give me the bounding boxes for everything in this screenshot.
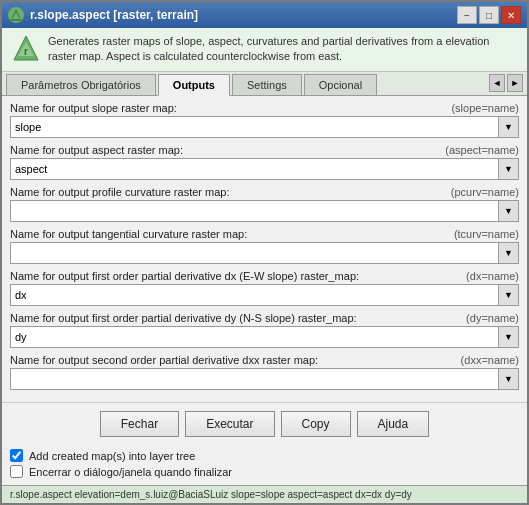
- field-group-dx: Name for output first order partial deri…: [10, 270, 519, 306]
- tcurv-dropdown-btn[interactable]: ▼: [499, 242, 519, 264]
- window-title: r.slope.aspect [raster, terrain]: [30, 8, 198, 22]
- info-banner: r Generates raster maps of slope, aspect…: [2, 28, 527, 72]
- maximize-button[interactable]: □: [479, 6, 499, 24]
- aspect-input[interactable]: [10, 158, 499, 180]
- close-window-button[interactable]: ✕: [501, 6, 521, 24]
- field-group-dxx: Name for output second order partial der…: [10, 354, 519, 390]
- field-label-slope: Name for output slope raster map: (slope…: [10, 102, 519, 114]
- window-controls: − □ ✕: [457, 6, 521, 24]
- checkbox-row-close-dialog: Encerrar o diálogo/janela quando finaliz…: [10, 465, 519, 478]
- field-input-row-dx: ▼: [10, 284, 519, 306]
- slope-dropdown-btn[interactable]: ▼: [499, 116, 519, 138]
- tab-parametros[interactable]: Parâmetros Obrigatórios: [6, 74, 156, 95]
- pcurv-dropdown-btn[interactable]: ▼: [499, 200, 519, 222]
- field-label-dxx: Name for output second order partial der…: [10, 354, 519, 366]
- field-group-aspect: Name for output aspect raster map: (aspe…: [10, 144, 519, 180]
- field-label-dx: Name for output first order partial deri…: [10, 270, 519, 282]
- field-label-dy: Name for output first order partial deri…: [10, 312, 519, 324]
- fechar-button[interactable]: Fechar: [100, 411, 179, 437]
- field-group-tcurv: Name for output tangential curvature ras…: [10, 228, 519, 264]
- title-bar-left: r.slope.aspect [raster, terrain]: [8, 7, 198, 23]
- close-dialog-label: Encerrar o diálogo/janela quando finaliz…: [29, 466, 232, 478]
- tab-settings[interactable]: Settings: [232, 74, 302, 95]
- dxx-dropdown-btn[interactable]: ▼: [499, 368, 519, 390]
- info-icon: r: [12, 34, 40, 62]
- pcurv-input[interactable]: [10, 200, 499, 222]
- close-dialog-checkbox[interactable]: [10, 465, 23, 478]
- field-input-row-slope: ▼: [10, 116, 519, 138]
- add-layer-tree-label: Add created map(s) into layer tree: [29, 450, 195, 462]
- field-input-row-dy: ▼: [10, 326, 519, 348]
- field-label-aspect: Name for output aspect raster map: (aspe…: [10, 144, 519, 156]
- add-layer-tree-checkbox[interactable]: [10, 449, 23, 462]
- checkboxes-area: Add created map(s) into layer tree Encer…: [2, 445, 527, 485]
- tcurv-input[interactable]: [10, 242, 499, 264]
- slope-input[interactable]: [10, 116, 499, 138]
- tab-nav-prev[interactable]: ◄: [489, 74, 505, 92]
- info-description: Generates raster maps of slope, aspect, …: [48, 34, 517, 65]
- field-input-row-dxx: ▼: [10, 368, 519, 390]
- tab-outputs[interactable]: Outputs: [158, 74, 230, 96]
- fields-scroll-area[interactable]: Name for output slope raster map: (slope…: [2, 96, 527, 402]
- dxx-input[interactable]: [10, 368, 499, 390]
- dx-dropdown-btn[interactable]: ▼: [499, 284, 519, 306]
- ajuda-button[interactable]: Ajuda: [357, 411, 430, 437]
- tabs-bar: Parâmetros Obrigatórios Outputs Settings…: [2, 72, 527, 96]
- dx-input[interactable]: [10, 284, 499, 306]
- field-input-row-tcurv: ▼: [10, 242, 519, 264]
- checkbox-row-layer-tree: Add created map(s) into layer tree: [10, 449, 519, 462]
- svg-text:r: r: [24, 46, 28, 57]
- main-content: Name for output slope raster map: (slope…: [2, 96, 527, 402]
- field-group-pcurv: Name for output profile curvature raster…: [10, 186, 519, 222]
- field-label-tcurv: Name for output tangential curvature ras…: [10, 228, 519, 240]
- title-bar: r.slope.aspect [raster, terrain] − □ ✕: [2, 2, 527, 28]
- field-group-slope: Name for output slope raster map: (slope…: [10, 102, 519, 138]
- field-label-pcurv: Name for output profile curvature raster…: [10, 186, 519, 198]
- app-icon: [8, 7, 24, 23]
- status-text: r.slope.aspect elevation=dem_s.luiz@Baci…: [10, 489, 412, 500]
- minimize-button[interactable]: −: [457, 6, 477, 24]
- dy-dropdown-btn[interactable]: ▼: [499, 326, 519, 348]
- main-window: r.slope.aspect [raster, terrain] − □ ✕ r…: [0, 0, 529, 505]
- copy-button[interactable]: Copy: [281, 411, 351, 437]
- tab-opcional[interactable]: Opcional: [304, 74, 377, 95]
- field-input-row-pcurv: ▼: [10, 200, 519, 222]
- bottom-buttons: Fechar Executar Copy Ajuda: [2, 402, 527, 445]
- status-bar: r.slope.aspect elevation=dem_s.luiz@Baci…: [2, 485, 527, 503]
- field-group-dy: Name for output first order partial deri…: [10, 312, 519, 348]
- dy-input[interactable]: [10, 326, 499, 348]
- executar-button[interactable]: Executar: [185, 411, 274, 437]
- tabs-navigation: ◄ ►: [489, 74, 527, 92]
- aspect-dropdown-btn[interactable]: ▼: [499, 158, 519, 180]
- field-input-row-aspect: ▼: [10, 158, 519, 180]
- tab-nav-next[interactable]: ►: [507, 74, 523, 92]
